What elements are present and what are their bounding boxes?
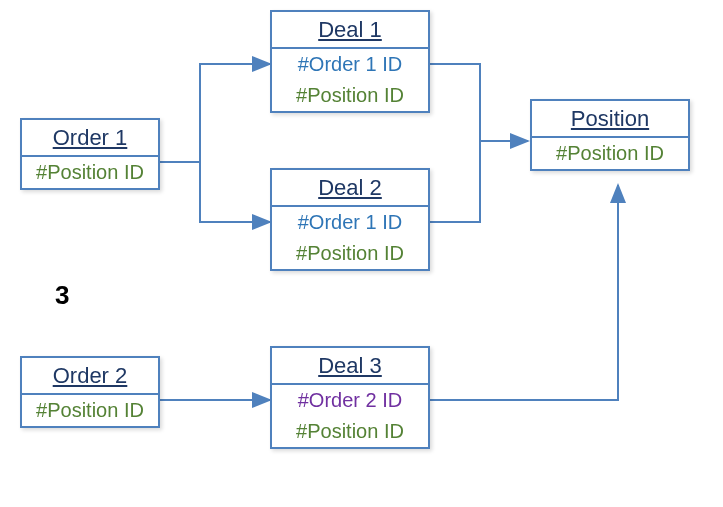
box-order-1: Order 1 #Position ID	[20, 118, 160, 190]
diagram-canvas: Order 1 #Position ID Deal 1 #Order 1 ID …	[0, 0, 723, 507]
field-order-id: #Order 1 ID	[272, 49, 428, 80]
box-title: Deal 3	[272, 348, 428, 383]
field-order-id: #Order 1 ID	[272, 207, 428, 238]
box-deal-3: Deal 3 #Order 2 ID #Position ID	[270, 346, 430, 449]
box-position: Position #Position ID	[530, 99, 690, 171]
field-position-id: #Position ID	[272, 416, 428, 447]
field-position-id: #Position ID	[272, 80, 428, 111]
field-position-id: #Position ID	[22, 395, 158, 426]
field-position-id: #Position ID	[532, 138, 688, 169]
box-title: Position	[532, 101, 688, 136]
field-position-id: #Position ID	[272, 238, 428, 269]
box-deal-2: Deal 2 #Order 1 ID #Position ID	[270, 168, 430, 271]
box-order-2: Order 2 #Position ID	[20, 356, 160, 428]
box-title: Deal 2	[272, 170, 428, 205]
field-position-id: #Position ID	[22, 157, 158, 188]
box-title: Deal 1	[272, 12, 428, 47]
stray-label-3: 3	[55, 280, 69, 311]
field-order-id: #Order 2 ID	[272, 385, 428, 416]
box-title: Order 1	[22, 120, 158, 155]
box-title: Order 2	[22, 358, 158, 393]
box-deal-1: Deal 1 #Order 1 ID #Position ID	[270, 10, 430, 113]
